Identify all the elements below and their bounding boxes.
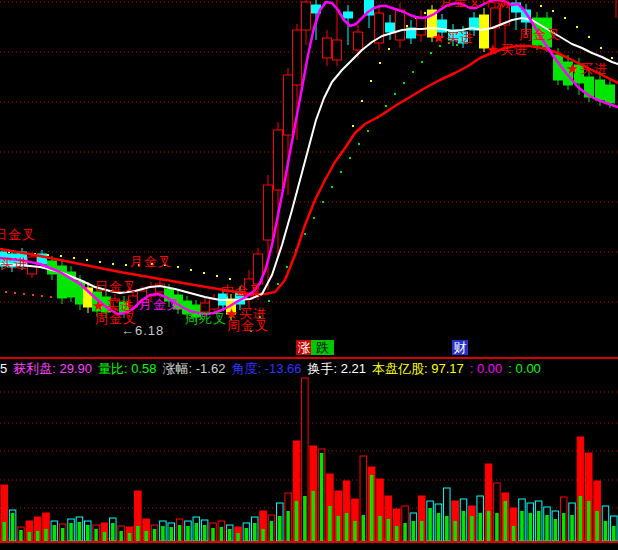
green-dot xyxy=(421,61,423,63)
volume-bar-green xyxy=(144,531,148,541)
status-prefix: 5 xyxy=(0,361,7,376)
chart-annotation: 周金叉 xyxy=(227,319,269,333)
status-item: 换手: 2.21 xyxy=(307,361,366,376)
yellow-dot xyxy=(388,48,390,50)
green-dot xyxy=(268,300,270,302)
yellow-dot xyxy=(600,47,602,49)
yellow-dot xyxy=(424,12,426,14)
yellow-dot xyxy=(361,100,363,102)
yellow-dot xyxy=(552,10,554,12)
volume-bar-green xyxy=(437,513,441,541)
chart-annotation: 日金叉 xyxy=(95,280,137,294)
status-item: : 0.00 xyxy=(470,361,503,376)
yellow-dot xyxy=(379,62,381,64)
chart-annotation: 周金叉 xyxy=(519,28,561,42)
volume-bar-green xyxy=(136,526,140,541)
volume-bar-green xyxy=(470,516,474,541)
status-item: 角度: -13.66 xyxy=(231,361,301,376)
chart-annotation: ←6.18 xyxy=(121,324,164,338)
volume-bar-green xyxy=(11,513,15,541)
volume-bar-green xyxy=(612,526,616,541)
candle-body xyxy=(354,32,363,50)
candle-body xyxy=(596,80,605,100)
yellow-dot xyxy=(112,263,114,265)
volume-bar-green xyxy=(286,511,290,541)
volume-bar-green xyxy=(370,475,374,541)
green-dot xyxy=(439,45,441,47)
volume-bar-green xyxy=(44,529,48,541)
candlestick-volume-chart[interactable] xyxy=(0,0,618,550)
yellow-dot xyxy=(540,5,542,7)
volume-bar-green xyxy=(245,528,249,541)
yellow-dot xyxy=(60,255,62,257)
volume-bar-green xyxy=(203,525,207,541)
volume-bar-green xyxy=(178,525,182,541)
volume-bar-green xyxy=(278,516,282,541)
candle-body xyxy=(386,23,395,32)
volume-bar-green xyxy=(345,513,349,541)
volume-bar-green xyxy=(303,496,307,541)
yellow-dot xyxy=(177,266,179,268)
status-item: 量比: 0.58 xyxy=(98,361,157,376)
volume-bar-green xyxy=(570,515,574,541)
red-dot xyxy=(23,293,25,295)
volume-bar-green xyxy=(103,532,107,541)
volume-bar-green xyxy=(495,513,499,541)
red-dot xyxy=(5,291,7,293)
volume-bar-green xyxy=(186,526,190,541)
green-dot xyxy=(331,186,333,188)
green-dot xyxy=(430,52,432,54)
yellow-dot xyxy=(190,269,192,271)
volume-bar-green xyxy=(604,521,608,541)
yellow-dot xyxy=(406,25,408,27)
status-item: 本盘亿股: 97.17 xyxy=(372,361,464,376)
yellow-dot xyxy=(611,57,613,59)
volume-bar-green xyxy=(311,491,315,541)
green-dot xyxy=(340,171,342,173)
volume-bar-green xyxy=(403,523,407,541)
green-dot xyxy=(394,93,396,95)
candle-body xyxy=(302,2,311,30)
status-item: 获利盘: 29.90 xyxy=(13,361,92,376)
yellow-dot xyxy=(564,17,566,19)
status-item: 涨幅: -1.62 xyxy=(163,361,226,376)
chart-annotation: ★买进 xyxy=(486,43,528,57)
volume-bar-green xyxy=(161,526,165,541)
volume-bar-green xyxy=(362,515,366,541)
volume-bar-green xyxy=(320,453,324,541)
yellow-dot xyxy=(47,254,49,256)
volume-bar-green xyxy=(228,529,232,541)
red-dot xyxy=(32,294,34,296)
chart-annotation: 买进 xyxy=(0,257,28,271)
yellow-dot xyxy=(86,259,88,261)
volume-bar-green xyxy=(428,508,432,541)
candle-body xyxy=(333,40,342,60)
yellow-dot xyxy=(216,275,218,277)
yellow-dot xyxy=(99,261,101,263)
yellow-dot xyxy=(203,272,205,274)
chart-annotation: ★买进 xyxy=(432,31,474,45)
pane-separator xyxy=(0,357,618,359)
volume-bar-green xyxy=(86,525,90,541)
volume-bar-green xyxy=(170,527,174,541)
red-dot xyxy=(41,295,43,297)
green-dot xyxy=(313,217,315,219)
tab-die[interactable]: 跌 xyxy=(311,340,334,355)
volume-bar-green xyxy=(94,529,98,541)
green-dot xyxy=(349,157,351,159)
tab-zhang[interactable]: 涨 xyxy=(296,340,312,355)
yellow-dot xyxy=(73,257,75,259)
volume-bar-green xyxy=(453,521,457,541)
volume-bar-green xyxy=(261,529,265,541)
yellow-dot xyxy=(125,264,127,266)
volume-bar-green xyxy=(579,496,583,541)
chart-annotation: ★买进 xyxy=(566,62,608,76)
chart-annotation: 日金叉 xyxy=(0,228,36,242)
volume-bar-green xyxy=(529,513,533,541)
volume-bar-green xyxy=(562,513,566,541)
candle-body xyxy=(264,185,273,240)
tab-cai[interactable]: 财 xyxy=(452,340,468,355)
candle-body xyxy=(417,18,426,35)
volume-bar-green xyxy=(220,527,224,541)
status-item: : 0.00 xyxy=(508,361,541,376)
